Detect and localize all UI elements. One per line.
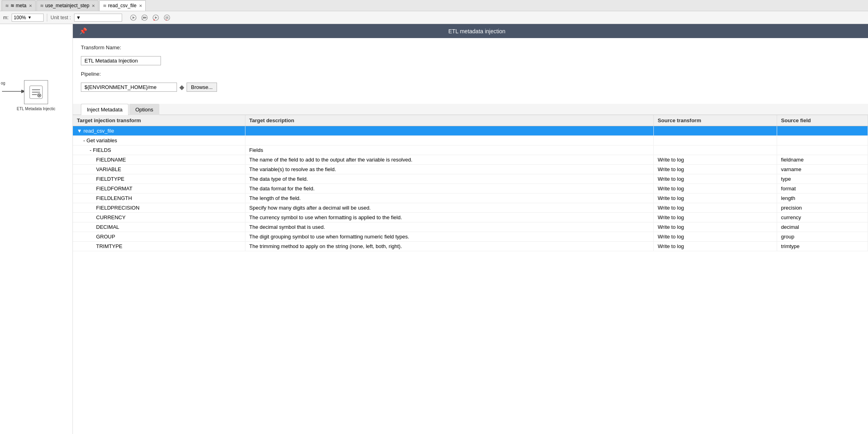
zoom-value: 100% [14,15,26,20]
stop-icon: ✕ [163,14,171,21]
tab-readcsv-icon: ≋ [103,3,106,8]
pipeline-input[interactable] [81,83,177,92]
col-target-description: Target description [245,115,653,126]
table-row[interactable]: FIELDNAMEThe name of the field to add to… [73,155,868,165]
unit-arrow-icon: ▼ [76,15,81,20]
table-row[interactable]: ▼ read_csv_file [73,126,868,136]
tab-bar: ≋ ≋ meta ✕ ≋ use_metainject_step ✕ ≋ rea… [0,0,868,11]
svg-text:✕: ✕ [165,19,167,21]
tab-inject-metadata[interactable]: Inject Metadata [81,104,129,115]
tab-options[interactable]: Options [129,104,159,115]
cell-source-transform: Write to log [653,203,777,213]
transform-name-label: Transform Name: [81,44,133,50]
tab-meta[interactable]: ≋ ≋ meta ✕ [2,0,36,11]
run-debug-button[interactable] [151,13,161,22]
cell-source-field [777,136,868,145]
table-row[interactable]: FIELDLENGTHThe length of the field.Write… [73,194,868,203]
dialog-body: Transform Name: Pipeline: ◆ Browse... [73,38,868,104]
table-header-row: Target injection transform Target descri… [73,115,868,126]
table-row[interactable]: TRIMTYPEThe trimming method to apply on … [73,242,868,251]
cell-target-transform: CURRENCY [73,213,245,222]
table-row[interactable]: - Get variables [73,136,868,145]
run-all-icon [141,14,148,21]
transform-name-input-row [81,56,860,65]
cell-target-description [245,136,653,145]
stop-button[interactable]: ✕ [162,13,172,22]
table-row[interactable]: - FIELDSFields [73,145,868,155]
cell-target-description: The decimal symbol that is used. [245,222,653,232]
unit-select[interactable]: ▼ [74,14,122,22]
cell-target-description [245,126,653,136]
table-row[interactable]: DECIMALThe decimal symbol that is used.W… [73,222,868,232]
svg-marker-8 [155,16,157,19]
cell-source-transform [653,126,777,136]
cell-source-transform [653,145,777,155]
cell-source-field: format [777,184,868,194]
table-row[interactable]: FIELDTYPEThe data type of the field.Writ… [73,174,868,184]
cell-target-description: The digit grouping symbol to use when fo… [245,232,653,242]
cell-source-field: type [777,174,868,184]
cell-source-transform: Write to log [653,184,777,194]
canvas-node-label: ETL Metadata Injectic [17,107,55,111]
cell-source-transform: Write to log [653,242,777,251]
cell-target-description: Fields [245,145,653,155]
tab-metainject-close[interactable]: ✕ [92,4,95,8]
zoom-arrow-icon: ▼ [28,15,32,20]
cell-target-description: The data format for the field. [245,184,653,194]
run-icon [130,14,137,21]
cell-target-transform: TRIMTYPE [73,242,245,251]
tab-readcsv-close[interactable]: ✕ [139,4,142,8]
cell-target-description: The length of the field. [245,194,653,203]
canvas-node[interactable]: ETL Metadata Injectic [24,80,48,104]
tab-readcsv[interactable]: ≋ read_csv_file ✕ [99,0,146,11]
table-row[interactable]: FIELDFORMATThe data format for the field… [73,184,868,194]
cell-source-field [777,145,868,155]
table-row[interactable]: FIELDPRECISIONSpecify how many digits af… [73,203,868,213]
transform-name-row: Transform Name: [81,44,860,50]
tab-meta-close[interactable]: ✕ [29,4,32,8]
dialog-header: 📌 ETL metadata injection [73,24,868,38]
browse-button[interactable]: Browse... [187,83,217,92]
cell-target-description: The variable(s) to resolve as the field. [245,165,653,174]
pin-icon[interactable]: 📌 [79,27,87,35]
cell-target-description: The name of the field to add to the outp… [245,155,653,165]
cell-target-transform: FIELDTYPE [73,174,245,184]
cell-target-transform: FIELDLENGTH [73,194,245,203]
canvas-area: og ETL Metadata Injectic [0,24,73,434]
col-source-transform: Source transform [653,115,777,126]
cell-source-field [777,126,868,136]
svg-marker-5 [145,16,147,19]
transform-name-input[interactable] [81,56,161,65]
table-row[interactable]: GROUPThe digit grouping symbol to use wh… [73,232,868,242]
variable-icon[interactable]: ◆ [179,83,184,91]
tab-metainject-label: use_metainject_step [45,3,89,8]
cell-target-transform: FIELDFORMAT [73,184,245,194]
cell-source-transform: Write to log [653,174,777,184]
cell-source-transform [653,136,777,145]
cell-source-transform: Write to log [653,222,777,232]
svg-point-10 [154,19,155,20]
cell-source-transform: Write to log [653,155,777,165]
cell-source-field: trimtype [777,242,868,251]
cell-source-transform: Write to log [653,165,777,174]
col-source-field: Source field [777,115,868,126]
pipeline-label-row: Pipeline: [81,71,860,77]
tab-meta-icon: ≋ [5,3,9,8]
cell-source-field: fieldname [777,155,868,165]
cell-target-transform: FIELDPRECISION [73,203,245,213]
table-row[interactable]: VARIABLEThe variable(s) to resolve as th… [73,165,868,174]
cell-source-field: precision [777,203,868,213]
run-button[interactable] [129,13,138,22]
cell-source-field: varname [777,165,868,174]
cell-target-description: The trimming method to apply on the stri… [245,242,653,251]
table-row[interactable]: CURRENCYThe currency symbol to use when … [73,213,868,222]
zoom-select[interactable]: 100% ▼ [12,14,44,22]
run-all-button[interactable] [140,13,149,22]
cell-source-field: length [777,194,868,203]
inject-table: Target injection transform Target descri… [73,115,868,251]
cell-target-transform: - Get variables [73,136,245,145]
col-target-transform: Target injection transform [73,115,245,126]
cell-target-transform: GROUP [73,232,245,242]
tab-metainject[interactable]: ≋ use_metainject_step ✕ [36,0,98,11]
cell-target-transform: ▼ read_csv_file [73,126,245,136]
